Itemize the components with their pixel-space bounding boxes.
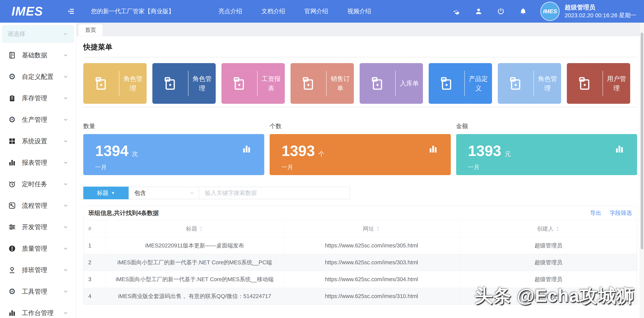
col-header-creator[interactable]: 创建人 (460, 220, 637, 237)
table-row[interactable]: 2 iMES面向小型工厂的新一代基于.NET Core的MES系统__PC端 h… (84, 254, 637, 271)
top-navbar: IMES 您的新一代工厂管家【商业版】 亮点介绍 文档介绍 官网介绍 视频介绍 … (0, 0, 644, 23)
quick-tile-role-mgmt-3[interactable]: 角色管理 (498, 63, 561, 104)
sort-icon[interactable] (199, 226, 203, 231)
sidebar-item-inventory[interactable]: 库存管理 (0, 87, 76, 109)
sidebar-item-scheduled-tasks[interactable]: 定时任务 (0, 173, 76, 195)
row-title: iMES商业版全套源码出售， 有意的联系QQ/微信：514224717 (106, 288, 283, 305)
sidebar-item-reports[interactable]: 报表管理 (0, 152, 76, 173)
quick-tile-inbound-order[interactable]: 入库单 (360, 63, 423, 104)
quick-tile-payroll-report[interactable]: 工资报表 (222, 63, 285, 104)
user-icon[interactable] (475, 7, 482, 15)
settings-gear-icon[interactable] (452, 7, 460, 15)
page-scrollbar[interactable] (640, 23, 644, 318)
stat-value: 1393 (282, 142, 315, 160)
sidebar-item-tools[interactable]: ⚙ 工具管理 (0, 281, 76, 302)
grid-icon (8, 137, 16, 145)
sliders-icon (8, 223, 16, 231)
chevron-down-icon (63, 52, 68, 58)
sidebar-collapse-icon[interactable] (66, 7, 76, 15)
stat-count: 个数 1393个 一月 (270, 122, 450, 175)
quick-tile-role-mgmt[interactable]: 角色管理 (83, 63, 146, 104)
chevron-down-icon (62, 31, 69, 37)
export-link[interactable]: 导出 (590, 209, 601, 217)
alert-circle-icon (8, 245, 16, 253)
sidebar-item-shift-schedule[interactable]: 排班管理 (0, 259, 76, 281)
field-filter-link[interactable]: 字段筛选 (610, 209, 632, 217)
stat-period: 一月 (468, 163, 637, 171)
sidebar-item-system-settings[interactable]: 系统设置 (0, 130, 76, 152)
table-row[interactable]: 1 iMES20220911版本更新——桌面端发布 https://www.62… (84, 237, 637, 254)
sidebar-item-workbench[interactable]: 工作台管理 (0, 302, 76, 318)
quick-tile-role-mgmt-2[interactable]: 角色管理 (152, 63, 216, 104)
sidebar-item-production[interactable]: ⚙ 生产管理 (0, 109, 76, 130)
row-title: iMES20220911版本更新——桌面端发布 (106, 237, 283, 254)
quick-tile-product-definition[interactable]: 产品定义 (429, 63, 492, 104)
folder-icon (222, 75, 257, 92)
row-title: iMES面向小型工厂的新一代基于.NET Core的MES系统__移动端 (106, 271, 283, 288)
stat-unit: 个 (318, 150, 324, 157)
sidebar-item-development[interactable]: 开发管理 (0, 216, 76, 238)
flow-icon (8, 202, 16, 210)
sidebar-item-workflow[interactable]: 流程管理 (0, 195, 76, 216)
page-title: 快捷菜单 (83, 42, 637, 52)
table-panel-header: 班组信息,共计找到4条数据 导出 字段筛选 (84, 206, 637, 220)
dashed-divider (83, 57, 637, 57)
user-name: 超级管理员 (564, 3, 636, 11)
notification-bell-icon[interactable] (519, 7, 527, 15)
row-creator: 超级管理员 (460, 254, 637, 271)
scrollbar-thumb[interactable] (641, 33, 643, 249)
filter-field-button[interactable]: 标题▼ (83, 187, 128, 199)
sort-icon[interactable] (556, 226, 560, 231)
stat-value: 1394 (95, 142, 128, 160)
sidebar-item-base-data[interactable]: 基础数据 (0, 44, 76, 66)
filter-operator-select[interactable]: 包含 (128, 187, 199, 199)
stat-label: 数量 (83, 122, 264, 130)
clipboard-icon (8, 94, 16, 102)
sidebar-filter-select[interactable]: 请选择 (2, 25, 74, 42)
keyword-search-input[interactable] (199, 187, 350, 199)
sidebar-item-custom-config[interactable]: ⚙ 自定义配置 (0, 66, 76, 87)
tab-home[interactable]: 首页 (78, 24, 103, 36)
folder-icon (290, 75, 326, 92)
quick-tile-sales-order[interactable]: 销售订单 (290, 63, 354, 104)
avatar[interactable]: IMES (540, 2, 560, 21)
chevron-down-icon (63, 160, 68, 166)
chevron-down-icon (63, 138, 68, 144)
chevron-down-icon (63, 74, 68, 80)
row-url: https://www.625sc.com/imes/305.html (283, 237, 460, 254)
stat-amount: 金额 1393元 一月 (456, 122, 637, 175)
bar-chart-icon (242, 144, 252, 154)
nav-item-videos[interactable]: 视频介绍 (347, 7, 371, 15)
journal-icon (8, 51, 16, 59)
chevron-down-icon (63, 203, 68, 209)
sidebar-item-quality[interactable]: 质量管理 (0, 238, 76, 259)
power-logout-icon[interactable] (497, 7, 505, 15)
bar-chart-icon (8, 159, 16, 167)
stat-unit: 元 (505, 150, 511, 157)
nav-item-highlights[interactable]: 亮点介绍 (218, 7, 242, 15)
sidebar: 请选择 基础数据 ⚙ 自定义配置 库存管理 ⚙ 生产管理 (0, 23, 76, 318)
caret-down-icon: ▼ (111, 191, 115, 195)
table-row[interactable]: 3 iMES面向小型工厂的新一代基于.NET Core的MES系统__移动端 h… (84, 271, 637, 288)
gear-solid-icon: ⚙ (8, 116, 16, 124)
folder-icon (567, 75, 602, 92)
user-info: 超级管理员 2023.02.20 00:16:26 星期一 (564, 3, 636, 19)
folder-icon (498, 75, 534, 92)
bar-chart-icon (428, 144, 438, 154)
col-header-url[interactable]: 网址 (283, 220, 460, 237)
chevron-down-icon (63, 95, 68, 101)
folder-icon (360, 75, 395, 92)
stat-period: 一月 (95, 163, 264, 171)
table-panel: 班组信息,共计找到4条数据 导出 字段筛选 # 标题 网址 创建 (83, 206, 637, 305)
col-header-index[interactable]: # (84, 220, 106, 237)
sort-icon[interactable] (376, 226, 380, 231)
col-header-title[interactable]: 标题 (106, 220, 283, 237)
current-datetime: 2023.02.20 00:16:26 星期一 (564, 11, 636, 19)
quick-tile-user-mgmt[interactable]: 用户管理 (567, 63, 630, 104)
nav-item-docs[interactable]: 文档介绍 (261, 7, 285, 15)
table-row[interactable]: 4 iMES商业版全套源码出售， 有意的联系QQ/微信：514224717 ht… (84, 288, 637, 305)
chevron-down-icon (63, 224, 68, 230)
row-url: https://www.625sc.com/imes/303.html (283, 254, 460, 271)
nav-item-website[interactable]: 官网介绍 (304, 7, 328, 15)
folder-icon (152, 75, 188, 92)
